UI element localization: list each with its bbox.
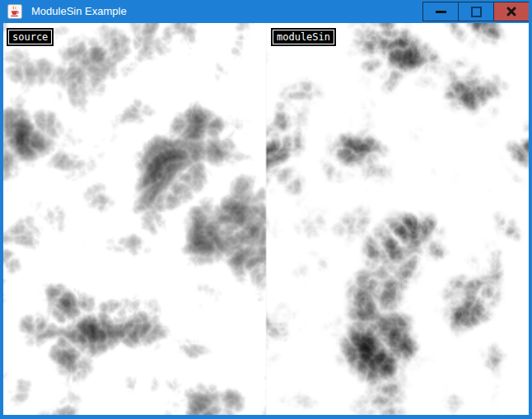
window-controls [422,2,530,21]
close-icon [505,5,518,18]
modulesin-label: moduleSin [271,28,336,46]
render-area: source moduleSin [3,23,529,415]
maximize-icon [471,7,482,17]
maximize-button[interactable] [458,2,494,21]
minimize-button[interactable] [422,2,459,21]
source-label: source [7,28,54,46]
window-title: ModuleSin Example [31,0,127,23]
java-coffee-cup-icon[interactable] [7,4,22,19]
close-button[interactable] [493,2,530,21]
titlebar[interactable]: ModuleSin Example [0,0,532,23]
panel-divider [266,23,267,415]
window: ModuleSin Example source moduleSin [0,0,532,419]
minimize-icon [436,11,446,13]
